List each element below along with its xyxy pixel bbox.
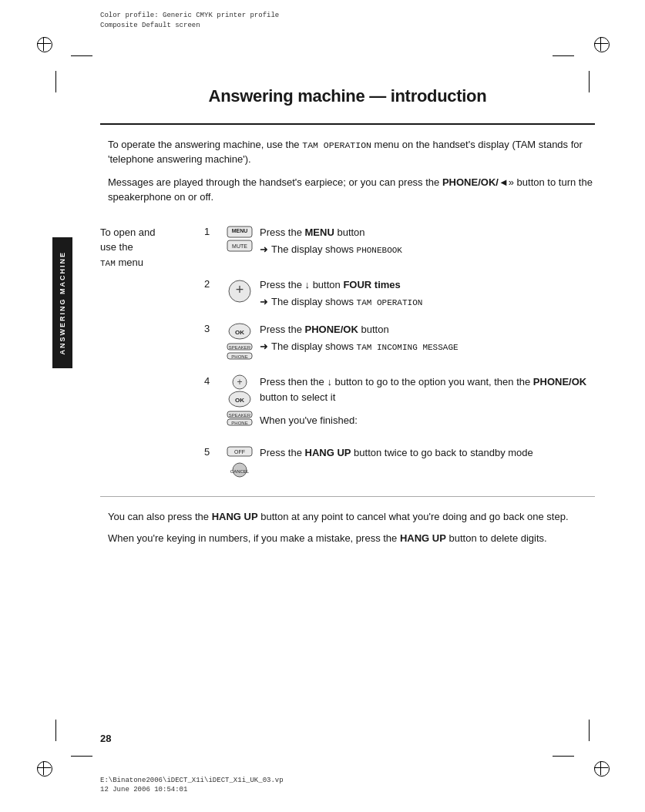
crop-mark bbox=[71, 55, 92, 56]
svg-text:PHONE: PHONE bbox=[231, 421, 247, 425]
instruction-label: To open and use the TAM menu bbox=[100, 225, 204, 492]
svg-text:+: + bbox=[237, 377, 242, 388]
svg-text:MENU: MENU bbox=[232, 228, 248, 233]
svg-text:SPEAKER: SPEAKER bbox=[229, 345, 251, 350]
top-rule bbox=[100, 123, 595, 125]
footer-text: You can also press the HANG UP button at… bbox=[100, 509, 595, 545]
reg-mark-bl bbox=[37, 761, 51, 775]
svg-text:MUTE: MUTE bbox=[232, 243, 247, 249]
steps-container: 1 MENU MUTE Press the MENU button ➜ The … bbox=[204, 225, 595, 492]
crop-mark bbox=[553, 55, 574, 56]
crop-mark bbox=[71, 756, 92, 757]
header-info: Color profile: Generic CMYK printer prof… bbox=[100, 11, 279, 30]
down-button-icon: + bbox=[223, 277, 257, 305]
step-3-number: 3 bbox=[204, 322, 220, 334]
svg-text:PHONE: PHONE bbox=[231, 354, 247, 359]
content-area: ANSWERING MACHINE Answering machine — in… bbox=[100, 83, 595, 727]
step-2-icon: + bbox=[220, 277, 260, 305]
step-3-icon: OK SPEAKER PHONE bbox=[220, 322, 260, 362]
intro-para1: To operate the answering machine, use th… bbox=[108, 137, 595, 167]
step-4-number: 4 bbox=[204, 374, 220, 387]
footer-info: E:\Binatone2006\iDECT_X1i\iDECT_X1i_UK_0… bbox=[100, 776, 284, 795]
step-2: 2 + Press the ↓ button FOUR times ➜ The … bbox=[204, 277, 595, 310]
hangup-button-icon: OFF CANCEL bbox=[223, 445, 257, 479]
step-5-number: 5 bbox=[204, 445, 220, 458]
crop-mark bbox=[55, 71, 56, 92]
down-ok-button-icon: + OK SPEAKER PHONE bbox=[223, 374, 257, 427]
svg-text:OK: OK bbox=[235, 397, 244, 404]
bottom-rule bbox=[100, 496, 595, 497]
svg-text:SPEAKER: SPEAKER bbox=[229, 413, 251, 418]
side-tab-label: ANSWERING MACHINE bbox=[59, 251, 66, 355]
step-4-desc: Press then the ↓ button to go to the opt… bbox=[260, 374, 595, 433]
step-3-desc: Press the PHONE/OK button ➜ The display … bbox=[260, 322, 595, 354]
reg-mark-tr bbox=[594, 37, 608, 51]
step-5-icon: OFF CANCEL bbox=[220, 445, 260, 479]
step-5-desc: Press the HANG UP button twice to go bac… bbox=[260, 445, 595, 461]
step-5: 5 OFF CANCEL Press the HANG UP button tw… bbox=[204, 445, 595, 479]
step-1: 1 MENU MUTE Press the MENU button ➜ The … bbox=[204, 225, 595, 265]
page-title: Answering machine — introduction bbox=[100, 86, 595, 106]
page-number: 28 bbox=[100, 733, 111, 744]
ok-speaker-button-icon: OK SPEAKER PHONE bbox=[223, 322, 257, 362]
footer-para1: You can also press the HANG UP button at… bbox=[108, 509, 595, 525]
crop-mark bbox=[553, 756, 574, 757]
step-4: 4 + OK SPEAKER PHONE Press the bbox=[204, 374, 595, 433]
svg-text:OK: OK bbox=[235, 329, 244, 336]
svg-text:CANCEL: CANCEL bbox=[230, 469, 250, 474]
step-1-desc: Press the MENU button ➜ The display show… bbox=[260, 225, 595, 257]
intro-section: To operate the answering machine, use th… bbox=[100, 137, 595, 205]
footer-para2: When you're keying in numbers, if you ma… bbox=[108, 531, 595, 546]
svg-text:OFF: OFF bbox=[234, 449, 245, 455]
instruction-block: To open and use the TAM menu 1 MENU MUTE bbox=[100, 219, 595, 492]
step-2-number: 2 bbox=[204, 277, 220, 290]
crop-mark bbox=[55, 720, 56, 741]
step-4-icon: + OK SPEAKER PHONE bbox=[220, 374, 260, 427]
step-2-desc: Press the ↓ button FOUR times ➜ The disp… bbox=[260, 277, 595, 310]
reg-mark-br bbox=[594, 761, 608, 775]
svg-text:+: + bbox=[236, 282, 244, 297]
intro-para2: Messages are played through the handset'… bbox=[108, 175, 595, 205]
step-1-icon: MENU MUTE bbox=[220, 225, 260, 265]
step-1-number: 1 bbox=[204, 225, 220, 237]
step-3: 3 OK SPEAKER PHONE Press the PHONE/OK bu… bbox=[204, 322, 595, 362]
reg-mark-tl bbox=[37, 37, 51, 51]
menu-mute-button-icon: MENU MUTE bbox=[223, 225, 257, 265]
side-tab: ANSWERING MACHINE bbox=[52, 237, 72, 368]
